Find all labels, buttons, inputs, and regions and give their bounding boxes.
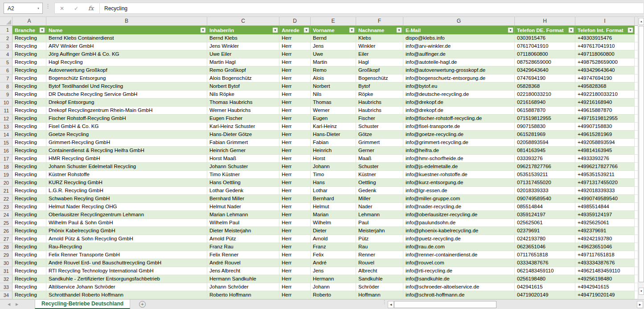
cell-F6[interactable]: Großkopf — [356, 66, 403, 74]
cell-F26[interactable]: Meisterjahn — [356, 227, 403, 235]
cell-A33[interactable]: Recycling — [12, 283, 46, 291]
cell-E32[interactable]: Hermann — [311, 275, 356, 283]
row-header-25[interactable]: 25 — [0, 219, 12, 227]
cell-G21[interactable]: info@lgr-essen.de — [403, 187, 515, 195]
cell-B11[interactable]: Drekopf Recyclingzentrum Rhein-Main GmbH — [46, 107, 207, 115]
cell-B26[interactable]: Phönix Kabelrecycling GmbH — [46, 227, 207, 235]
cell-H12[interactable]: 071519812955 — [515, 115, 575, 123]
cell-B32[interactable]: Sandkuhle - Zertifizierter Entsorgungsfa… — [46, 275, 207, 283]
cell-G34[interactable]: info@schrott-hoffmann.de — [403, 291, 515, 299]
cell-D23[interactable]: Herr — [279, 203, 311, 211]
cell-A3[interactable]: Recycling — [12, 42, 46, 50]
column-header-A[interactable]: A — [12, 17, 46, 25]
cell-C11[interactable]: Werner Haubrichs — [207, 107, 279, 115]
row-header-13[interactable]: 13 — [0, 123, 12, 131]
cell-F10[interactable]: Haubrichs — [356, 99, 403, 107]
cell-F32[interactable]: Sandkuhle — [356, 275, 403, 283]
cell-C5[interactable]: Martin Hagl — [207, 58, 279, 66]
cell-D28[interactable]: Herr — [279, 243, 311, 251]
cell-A15[interactable]: Recycling — [12, 139, 46, 147]
cell-F28[interactable]: Rau — [356, 243, 403, 251]
cell-D17[interactable]: Herr — [279, 155, 311, 163]
cell-F23[interactable]: Nader — [356, 203, 403, 211]
cell-F18[interactable]: Schuster — [356, 163, 403, 171]
table-header-cell-E[interactable]: Vorname▼ — [311, 26, 356, 34]
cell-G8[interactable]: info@bytof.eu — [403, 82, 515, 91]
cell-B7[interactable]: Bogenschütz Entsorgung — [46, 74, 207, 82]
cell-D10[interactable]: Herr — [279, 99, 311, 107]
cell-D9[interactable]: Herr — [279, 91, 311, 99]
cell-G17[interactable]: info@hmr-schorfheide.de — [403, 155, 515, 163]
sheet-nav-left-icon[interactable]: ◀ — [5, 300, 12, 309]
cell-B2[interactable]: Bernd Klebs Containerdienst — [46, 34, 207, 42]
row-header-20[interactable]: 20 — [0, 179, 12, 187]
cell-E25[interactable]: Wilhelm — [311, 219, 356, 227]
cell-A30[interactable]: Recycling — [12, 259, 46, 267]
cell-A28[interactable]: Recycling — [12, 243, 46, 251]
cell-B13[interactable]: Fisel GmbH & Co. KG — [46, 123, 207, 131]
cell-C19[interactable]: Timo Küstner — [207, 171, 279, 179]
cell-H5[interactable]: 087528659000 — [515, 58, 575, 66]
cell-E21[interactable]: Lothar — [311, 187, 356, 195]
cell-D24[interactable]: Herr — [279, 211, 311, 219]
cell-B29[interactable]: Felix Renner Transporte GmbH — [46, 251, 207, 259]
cell-I23[interactable]: +4985514844 — [575, 203, 635, 211]
cell-G19[interactable]: info@kuestner-rohstoffe.de — [403, 171, 515, 179]
row-header-21[interactable]: 21 — [0, 187, 12, 195]
column-header-H[interactable]: H — [515, 17, 575, 25]
cell-B8[interactable]: Bytof Textilhandel Und Recycling — [46, 82, 207, 91]
cell-B31[interactable]: RTI Recycling Technology International G… — [46, 267, 207, 275]
cell-F27[interactable]: Pütz — [356, 235, 403, 243]
cell-G32[interactable]: info@sandkuhle.de — [403, 275, 515, 283]
cell-E24[interactable]: Marian — [311, 211, 356, 219]
cell-I21[interactable]: +492018339333 — [575, 187, 635, 195]
cell-F9[interactable]: Röpke — [356, 91, 403, 99]
cell-A24[interactable]: Recycling — [12, 211, 46, 219]
cell-D15[interactable]: Herr — [279, 139, 311, 147]
cell-B34[interactable]: Schrotthandel Roberto Hoffmann — [46, 291, 207, 299]
cell-G30[interactable]: info@rouvel.com — [403, 259, 515, 267]
cell-E19[interactable]: Timo — [311, 171, 356, 179]
cell-A10[interactable]: Recycling — [12, 99, 46, 107]
cell-I12[interactable]: +4971519812955 — [575, 115, 635, 123]
cell-F7[interactable]: Bogenschütz — [356, 74, 403, 82]
cell-C33[interactable]: Johann Schröder — [207, 283, 279, 291]
cell-H18[interactable]: 096217827766 — [515, 163, 575, 171]
scroll-up-icon[interactable]: ▲ — [639, 18, 644, 25]
cell-E7[interactable]: Alois — [311, 74, 356, 82]
cell-C9[interactable]: Nils Röpke — [207, 91, 279, 99]
column-header-G[interactable]: G — [403, 17, 515, 25]
row-header-2[interactable]: 2 — [0, 34, 12, 42]
row-header-32[interactable]: 32 — [0, 275, 12, 283]
cell-C2[interactable]: Bernd Klebs — [207, 34, 279, 42]
cell-D5[interactable]: Herr — [279, 58, 311, 66]
cell-A2[interactable]: Recycling — [12, 34, 46, 42]
cell-B18[interactable]: Johann Schuster Edelmetall Recycling — [46, 163, 207, 171]
row-header-4[interactable]: 4 — [0, 50, 12, 58]
cell-D22[interactable]: Herr — [279, 195, 311, 203]
cell-H2[interactable]: 0303915476 — [515, 34, 575, 42]
cell-H22[interactable]: 090749589540 — [515, 195, 575, 203]
cell-A14[interactable]: Recycling — [12, 131, 46, 139]
cell-E2[interactable]: Bernd — [311, 34, 356, 42]
cell-D16[interactable]: Herr — [279, 147, 311, 155]
cell-G12[interactable]: info@fischer-rohstoff-recycling.de — [403, 115, 515, 123]
cell-I34[interactable]: +494719020149 — [575, 291, 635, 299]
cell-B9[interactable]: DR Deutsche Recycling Service GmbH — [46, 91, 207, 99]
cell-G13[interactable]: info@fisel-transporte.de — [403, 123, 515, 131]
cell-I16[interactable]: +49814163945 — [575, 147, 635, 155]
cell-F13[interactable]: Schuster — [356, 123, 403, 131]
row-header-5[interactable]: 5 — [0, 58, 12, 66]
cell-E26[interactable]: Dieter — [311, 227, 356, 235]
cell-H34[interactable]: 04719020149 — [515, 291, 575, 299]
row-header-33[interactable]: 33 — [0, 283, 12, 291]
cell-H15[interactable]: 02058893594 — [515, 139, 575, 147]
filter-dropdown-icon[interactable]: ▼ — [508, 27, 513, 33]
cell-H23[interactable]: 085514844 — [515, 203, 575, 211]
row-header-19[interactable]: 19 — [0, 171, 12, 179]
cell-A13[interactable]: Recycling — [12, 123, 46, 131]
filter-dropdown-icon[interactable]: ▼ — [304, 27, 309, 33]
cell-F17[interactable]: Maaß — [356, 155, 403, 163]
column-header-E[interactable]: E — [311, 17, 356, 25]
cell-D3[interactable]: Herr — [279, 42, 311, 50]
